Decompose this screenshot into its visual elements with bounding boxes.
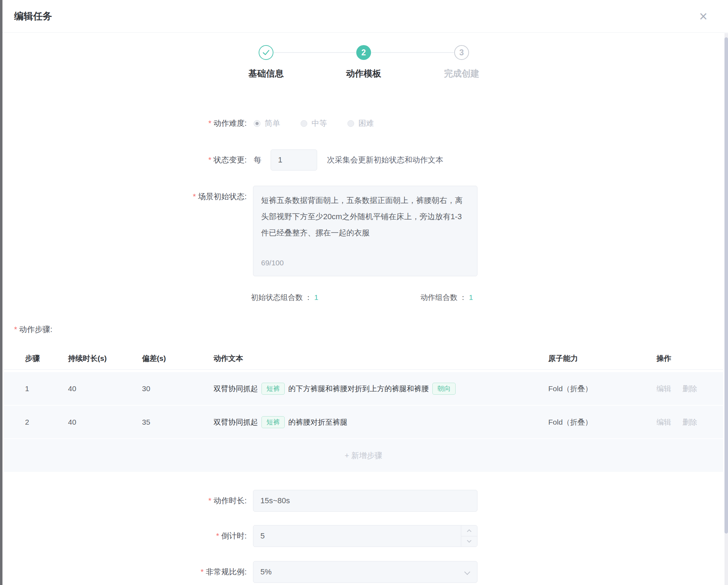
cell-step: 2 — [25, 418, 68, 426]
cell-ability: Fold（折叠） — [548, 417, 656, 427]
page-backdrop — [0, 0, 2, 585]
difficulty-label: *动作难度: — [2, 118, 247, 129]
radio-simple[interactable]: 简单 — [254, 118, 280, 129]
state-change-row: *状态变更: 每 1 次采集会更新初始状态和动作文本 — [2, 149, 566, 171]
ratio-label: *非常规比例: — [2, 567, 247, 577]
step3-circle: 3 — [454, 45, 469, 60]
modal-header: 编辑任务 × — [2, 0, 728, 33]
stepper-connector — [274, 52, 356, 53]
cell-deviation: 30 — [142, 384, 214, 393]
radio-medium-label: 中等 — [311, 118, 327, 129]
chevron-down-icon — [464, 569, 470, 575]
stepper-connector — [371, 52, 454, 53]
ratio-row: *非常规比例: 5% — [2, 561, 566, 583]
delete-link[interactable]: 删除 — [683, 384, 697, 393]
initial-state-row: *场景初始状态: 短裤五条数据背面朝上，五条数据正面朝上，裤腰朝右，离头部视野下… — [2, 186, 566, 276]
ratio-select[interactable]: 5% — [253, 561, 477, 583]
edit-link[interactable]: 编辑 — [656, 418, 671, 426]
required-asterisk: * — [216, 531, 219, 540]
delete-link[interactable]: 删除 — [683, 418, 697, 426]
number-spinner — [461, 525, 477, 547]
edit-task-modal: 编辑任务 × 基础信息 2 动作模板 3 完成创建 *动作难度: — [2, 0, 728, 585]
action-combo-count: 动作组合数 ：1 — [420, 292, 473, 302]
modal-title: 编辑任务 — [14, 10, 52, 23]
required-asterisk: * — [208, 496, 211, 505]
cell-operations: 编辑 删除 — [656, 384, 723, 394]
required-asterisk: * — [14, 325, 17, 334]
step3-number: 3 — [459, 48, 464, 57]
cell-operations: 编辑 删除 — [656, 417, 723, 427]
initial-state-textarea[interactable]: 短裤五条数据背面朝上，五条数据正面朝上，裤腰朝右，离头部视野下方至少20cm之外… — [253, 186, 477, 276]
col-action-text: 动作文本 — [214, 353, 548, 363]
close-button[interactable]: × — [695, 8, 712, 25]
radio-medium[interactable]: 中等 — [301, 118, 327, 129]
tag-shorts: 短裤 — [261, 383, 285, 395]
cell-deviation: 35 — [142, 418, 214, 426]
col-duration: 持续时长(s) — [68, 353, 142, 363]
radio-circle — [301, 120, 307, 127]
add-step-button[interactable]: + 新增步骤 — [4, 439, 723, 472]
col-ability: 原子能力 — [548, 353, 656, 363]
step3-label: 完成创建 — [444, 68, 479, 79]
state-change-label: *状态变更: — [2, 155, 247, 165]
decrease-button[interactable] — [461, 536, 477, 547]
tag-orientation: 朝向 — [432, 383, 456, 395]
initial-combo-value: 1 — [314, 293, 319, 301]
required-asterisk: * — [200, 567, 204, 576]
step2-number: 2 — [362, 48, 366, 57]
countdown-row: *倒计时: 5 — [2, 525, 566, 547]
tag-shorts: 短裤 — [261, 416, 285, 428]
col-step: 步骤 — [25, 353, 68, 363]
difficulty-radio-group: 简单 中等 困难 — [254, 118, 394, 129]
check-icon — [263, 50, 270, 55]
chevron-down-icon — [467, 538, 471, 543]
table-row: 2 40 35 双臂协同抓起 短裤 的裤腰对折至裤腿 Fold（折叠） 编辑 删… — [4, 406, 723, 439]
radio-simple-label: 简单 — [265, 118, 280, 129]
state-change-suffix: 次采集会更新初始状态和动作文本 — [327, 155, 443, 165]
duration-row: *动作时长: 15s~80s — [2, 490, 566, 512]
cell-duration: 40 — [68, 384, 142, 393]
chevron-up-icon — [467, 529, 471, 534]
cell-action-text: 双臂协同抓起 短裤 的裤腰对折至裤腿 — [214, 416, 548, 428]
cell-ability: Fold（折叠） — [548, 384, 656, 394]
required-asterisk: * — [193, 192, 196, 201]
step1-circle — [259, 45, 273, 60]
action-steps-label: *动作步骤: — [14, 324, 53, 335]
countdown-label: *倒计时: — [2, 531, 247, 541]
increase-button[interactable] — [461, 525, 477, 536]
countdown-input[interactable]: 5 — [253, 525, 477, 547]
duration-label: *动作时长: — [2, 495, 247, 506]
initial-combo-count: 初始状态组合数 ：1 — [251, 292, 319, 302]
action-combo-value: 1 — [469, 293, 473, 301]
required-asterisk: * — [208, 119, 211, 128]
cell-duration: 40 — [68, 418, 142, 426]
radio-hard-label: 困难 — [358, 118, 374, 129]
cell-action-text: 双臂协同抓起 短裤 的下方裤腿和裤腰对折到上方的裤腿和裤腰 朝向 — [214, 383, 548, 395]
radio-circle — [347, 120, 354, 127]
step2-label: 动作模板 — [346, 68, 381, 79]
col-operations: 操作 — [656, 353, 723, 363]
scrollbar-track[interactable] — [724, 33, 728, 585]
col-deviation: 偏差(s) — [142, 353, 214, 363]
initial-state-label: *场景初始状态: — [2, 186, 247, 202]
state-change-prefix: 每 — [254, 155, 261, 165]
table-row: 1 40 30 双臂协同抓起 短裤 的下方裤腿和裤腰对折到上方的裤腿和裤腰 朝向… — [4, 372, 723, 406]
step1-label: 基础信息 — [248, 68, 284, 79]
state-change-input[interactable]: 1 — [271, 149, 317, 171]
required-asterisk: * — [208, 155, 211, 164]
table-header-row: 步骤 持续时长(s) 偏差(s) 动作文本 原子能力 操作 — [4, 347, 723, 370]
scrollbar-thumb[interactable] — [724, 37, 728, 534]
radio-circle-checked — [254, 120, 260, 127]
edit-link[interactable]: 编辑 — [656, 384, 671, 393]
difficulty-row: *动作难度: 简单 中等 困难 — [2, 116, 566, 131]
char-counter: 69/100 — [261, 255, 284, 271]
cell-step: 1 — [25, 384, 68, 393]
duration-input[interactable]: 15s~80s — [253, 490, 477, 512]
initial-state-text: 短裤五条数据背面朝上，五条数据正面朝上，裤腰朝右，离头部视野下方至少20cm之外… — [261, 196, 463, 237]
radio-hard[interactable]: 困难 — [347, 118, 374, 129]
close-icon: × — [699, 9, 707, 23]
steps-table: 步骤 持续时长(s) 偏差(s) 动作文本 原子能力 操作 1 40 30 双臂… — [4, 347, 723, 472]
step2-circle: 2 — [356, 45, 371, 60]
